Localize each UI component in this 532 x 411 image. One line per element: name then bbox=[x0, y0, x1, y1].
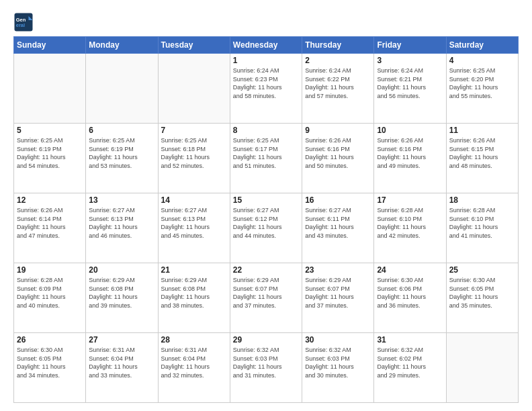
day-info: Sunrise: 6:27 AM Sunset: 6:13 PM Dayligh… bbox=[161, 206, 227, 240]
day-number: 2 bbox=[305, 56, 371, 65]
day-number: 3 bbox=[377, 56, 443, 65]
calendar-cell bbox=[14, 54, 86, 124]
day-info: Sunrise: 6:27 AM Sunset: 6:11 PM Dayligh… bbox=[305, 206, 371, 240]
day-header-saturday: Saturday bbox=[446, 37, 518, 54]
day-header-sunday: Sunday bbox=[14, 37, 86, 54]
day-number: 30 bbox=[305, 335, 371, 345]
calendar-week-2: 5Sunrise: 6:25 AM Sunset: 6:19 PM Daylig… bbox=[14, 124, 519, 193]
day-info: Sunrise: 6:26 AM Sunset: 6:15 PM Dayligh… bbox=[449, 136, 515, 170]
calendar-cell: 10Sunrise: 6:26 AM Sunset: 6:16 PM Dayli… bbox=[374, 124, 446, 193]
day-number: 8 bbox=[233, 126, 299, 135]
day-number: 28 bbox=[161, 335, 227, 345]
day-info: Sunrise: 6:31 AM Sunset: 6:04 PM Dayligh… bbox=[89, 346, 154, 379]
day-number: 20 bbox=[89, 265, 154, 275]
day-number: 4 bbox=[449, 56, 515, 65]
calendar-week-4: 19Sunrise: 6:28 AM Sunset: 6:09 PM Dayli… bbox=[14, 263, 519, 333]
calendar-cell: 2Sunrise: 6:24 AM Sunset: 6:22 PM Daylig… bbox=[302, 54, 374, 124]
day-header-wednesday: Wednesday bbox=[230, 37, 302, 54]
calendar-cell: 1Sunrise: 6:24 AM Sunset: 6:23 PM Daylig… bbox=[230, 54, 302, 124]
logo-icon: Gen eral bbox=[13, 12, 34, 32]
calendar-cell: 3Sunrise: 6:24 AM Sunset: 6:21 PM Daylig… bbox=[374, 54, 446, 124]
day-number: 6 bbox=[89, 126, 154, 135]
calendar-cell: 25Sunrise: 6:30 AM Sunset: 6:05 PM Dayli… bbox=[446, 263, 518, 333]
day-number: 24 bbox=[377, 265, 443, 275]
day-info: Sunrise: 6:30 AM Sunset: 6:05 PM Dayligh… bbox=[17, 346, 83, 379]
day-info: Sunrise: 6:26 AM Sunset: 6:16 PM Dayligh… bbox=[305, 136, 371, 170]
calendar-cell: 9Sunrise: 6:26 AM Sunset: 6:16 PM Daylig… bbox=[302, 124, 374, 193]
day-number: 10 bbox=[377, 126, 443, 135]
day-info: Sunrise: 6:32 AM Sunset: 6:02 PM Dayligh… bbox=[377, 346, 443, 379]
day-info: Sunrise: 6:28 AM Sunset: 6:10 PM Dayligh… bbox=[377, 206, 443, 240]
calendar-cell: 30Sunrise: 6:32 AM Sunset: 6:03 PM Dayli… bbox=[302, 333, 374, 403]
calendar-cell: 8Sunrise: 6:25 AM Sunset: 6:17 PM Daylig… bbox=[230, 124, 302, 193]
day-number: 14 bbox=[161, 195, 227, 205]
day-info: Sunrise: 6:32 AM Sunset: 6:03 PM Dayligh… bbox=[305, 346, 371, 379]
day-info: Sunrise: 6:31 AM Sunset: 6:04 PM Dayligh… bbox=[161, 346, 227, 379]
day-header-friday: Friday bbox=[374, 37, 446, 54]
calendar-cell: 13Sunrise: 6:27 AM Sunset: 6:13 PM Dayli… bbox=[86, 193, 158, 263]
day-info: Sunrise: 6:24 AM Sunset: 6:22 PM Dayligh… bbox=[305, 66, 371, 100]
day-info: Sunrise: 6:29 AM Sunset: 6:08 PM Dayligh… bbox=[89, 276, 154, 310]
calendar-cell: 28Sunrise: 6:31 AM Sunset: 6:04 PM Dayli… bbox=[158, 333, 230, 403]
day-number: 1 bbox=[233, 56, 299, 65]
calendar-cell: 19Sunrise: 6:28 AM Sunset: 6:09 PM Dayli… bbox=[14, 263, 86, 333]
day-info: Sunrise: 6:25 AM Sunset: 6:18 PM Dayligh… bbox=[161, 136, 227, 170]
day-info: Sunrise: 6:27 AM Sunset: 6:13 PM Dayligh… bbox=[89, 206, 154, 240]
calendar-cell: 24Sunrise: 6:30 AM Sunset: 6:06 PM Dayli… bbox=[374, 263, 446, 333]
calendar-cell: 12Sunrise: 6:26 AM Sunset: 6:14 PM Dayli… bbox=[14, 193, 86, 263]
calendar-cell bbox=[86, 54, 158, 124]
calendar-week-3: 12Sunrise: 6:26 AM Sunset: 6:14 PM Dayli… bbox=[14, 193, 519, 263]
calendar-cell: 31Sunrise: 6:32 AM Sunset: 6:02 PM Dayli… bbox=[374, 333, 446, 403]
calendar-cell: 7Sunrise: 6:25 AM Sunset: 6:18 PM Daylig… bbox=[158, 124, 230, 193]
day-number: 5 bbox=[17, 126, 83, 135]
day-header-monday: Monday bbox=[86, 37, 158, 54]
header: Gen eral bbox=[13, 12, 519, 32]
day-number: 31 bbox=[377, 335, 443, 345]
day-number: 22 bbox=[233, 265, 299, 275]
calendar-cell: 23Sunrise: 6:29 AM Sunset: 6:07 PM Dayli… bbox=[302, 263, 374, 333]
page: Gen eral SundayMondayTuesdayWednesdayThu… bbox=[0, 0, 532, 411]
day-number: 19 bbox=[17, 265, 83, 275]
day-number: 26 bbox=[17, 335, 83, 345]
calendar-cell bbox=[158, 54, 230, 124]
day-number: 12 bbox=[17, 195, 83, 205]
day-info: Sunrise: 6:25 AM Sunset: 6:19 PM Dayligh… bbox=[17, 136, 83, 170]
day-info: Sunrise: 6:25 AM Sunset: 6:17 PM Dayligh… bbox=[233, 136, 299, 170]
calendar-week-1: 1Sunrise: 6:24 AM Sunset: 6:23 PM Daylig… bbox=[14, 54, 519, 124]
day-number: 17 bbox=[377, 195, 443, 205]
day-info: Sunrise: 6:27 AM Sunset: 6:12 PM Dayligh… bbox=[233, 206, 299, 240]
calendar-week-5: 26Sunrise: 6:30 AM Sunset: 6:05 PM Dayli… bbox=[14, 333, 519, 403]
svg-text:eral: eral bbox=[16, 22, 25, 28]
day-info: Sunrise: 6:26 AM Sunset: 6:14 PM Dayligh… bbox=[17, 206, 83, 240]
day-header-tuesday: Tuesday bbox=[158, 37, 230, 54]
day-info: Sunrise: 6:24 AM Sunset: 6:23 PM Dayligh… bbox=[233, 66, 299, 100]
day-number: 27 bbox=[89, 335, 154, 345]
calendar-cell: 22Sunrise: 6:29 AM Sunset: 6:07 PM Dayli… bbox=[230, 263, 302, 333]
calendar-cell: 16Sunrise: 6:27 AM Sunset: 6:11 PM Dayli… bbox=[302, 193, 374, 263]
day-info: Sunrise: 6:28 AM Sunset: 6:10 PM Dayligh… bbox=[449, 206, 515, 240]
day-number: 25 bbox=[449, 265, 515, 275]
calendar-header-row: SundayMondayTuesdayWednesdayThursdayFrid… bbox=[14, 37, 519, 54]
day-info: Sunrise: 6:30 AM Sunset: 6:06 PM Dayligh… bbox=[377, 276, 443, 310]
calendar-cell: 4Sunrise: 6:25 AM Sunset: 6:20 PM Daylig… bbox=[446, 54, 518, 124]
day-info: Sunrise: 6:29 AM Sunset: 6:08 PM Dayligh… bbox=[161, 276, 227, 310]
calendar-cell: 18Sunrise: 6:28 AM Sunset: 6:10 PM Dayli… bbox=[446, 193, 518, 263]
day-number: 13 bbox=[89, 195, 154, 205]
day-info: Sunrise: 6:30 AM Sunset: 6:05 PM Dayligh… bbox=[449, 276, 515, 310]
calendar-cell: 20Sunrise: 6:29 AM Sunset: 6:08 PM Dayli… bbox=[86, 263, 158, 333]
day-number: 15 bbox=[233, 195, 299, 205]
day-number: 29 bbox=[233, 335, 299, 345]
day-info: Sunrise: 6:28 AM Sunset: 6:09 PM Dayligh… bbox=[17, 276, 83, 310]
day-number: 21 bbox=[161, 265, 227, 275]
calendar-cell: 15Sunrise: 6:27 AM Sunset: 6:12 PM Dayli… bbox=[230, 193, 302, 263]
day-info: Sunrise: 6:25 AM Sunset: 6:20 PM Dayligh… bbox=[449, 66, 515, 100]
day-number: 16 bbox=[305, 195, 371, 205]
calendar-cell: 21Sunrise: 6:29 AM Sunset: 6:08 PM Dayli… bbox=[158, 263, 230, 333]
day-info: Sunrise: 6:32 AM Sunset: 6:03 PM Dayligh… bbox=[233, 346, 299, 379]
day-number: 9 bbox=[305, 126, 371, 135]
logo: Gen eral bbox=[13, 12, 36, 32]
day-info: Sunrise: 6:24 AM Sunset: 6:21 PM Dayligh… bbox=[377, 66, 443, 100]
calendar-cell bbox=[446, 333, 518, 403]
calendar-cell: 27Sunrise: 6:31 AM Sunset: 6:04 PM Dayli… bbox=[86, 333, 158, 403]
day-number: 7 bbox=[161, 126, 227, 135]
